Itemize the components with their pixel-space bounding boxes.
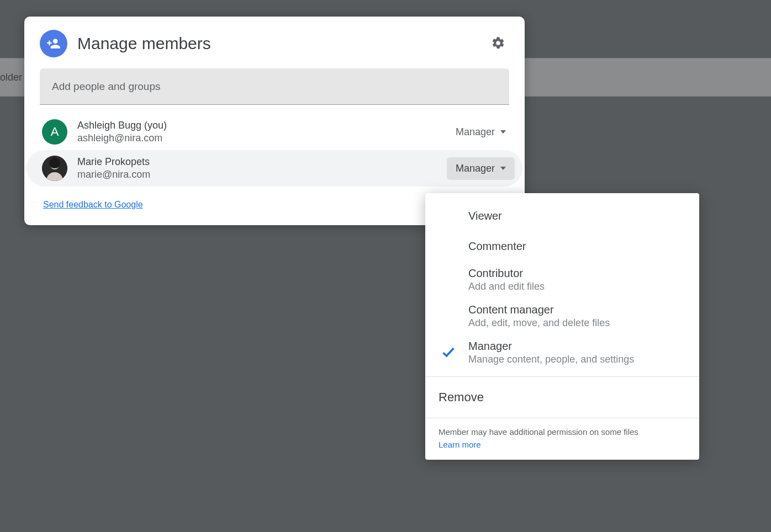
- chevron-down-icon: [500, 167, 506, 170]
- role-option-sub: Add and edit files: [468, 281, 686, 292]
- feedback-link-wrap: Send feedback to Google: [43, 200, 143, 210]
- role-option-label: Contributor: [468, 267, 686, 280]
- avatar: A: [42, 119, 67, 145]
- settings-button[interactable]: [487, 33, 509, 55]
- gear-icon: [491, 36, 505, 52]
- role-dropdown-button[interactable]: Manager: [447, 157, 515, 180]
- add-people-field-wrap: [40, 68, 509, 105]
- role-option-label: Content manager: [468, 304, 686, 316]
- role-option-content-manager[interactable]: Content manager Add, edit, move, and del…: [425, 298, 699, 334]
- send-feedback-link[interactable]: Send feedback to Google: [43, 200, 143, 209]
- role-option-label: Viewer: [468, 210, 686, 222]
- member-row-1: Marie Prokopets marie@nira.com Manager: [27, 150, 522, 187]
- avatar: [42, 156, 67, 181]
- role-option-label: Commenter: [468, 240, 686, 253]
- remove-option[interactable]: Remove: [425, 377, 699, 418]
- member-email: ashleigh@nira.com: [77, 132, 447, 144]
- role-dropdown-button[interactable]: Manager: [447, 121, 515, 143]
- chevron-down-icon: [500, 130, 506, 134]
- role-option-sub: Manage content, people, and settings: [468, 354, 686, 365]
- dialog-header: Manage members: [24, 17, 525, 68]
- member-name: Ashleigh Bugg (you): [77, 120, 447, 131]
- role-option-commenter[interactable]: Commenter: [425, 231, 699, 262]
- dropdown-footer: Member may have additional permission on…: [425, 418, 699, 460]
- member-info: Ashleigh Bugg (you) ashleigh@nira.com: [77, 120, 447, 144]
- person-add-icon: [40, 30, 67, 57]
- role-option-contributor[interactable]: Contributor Add and edit files: [425, 262, 699, 298]
- role-label: Manager: [456, 163, 495, 174]
- dialog-title: Manage members: [77, 34, 487, 53]
- role-option-viewer[interactable]: Viewer: [425, 201, 699, 231]
- member-info: Marie Prokopets marie@nira.com: [77, 156, 447, 180]
- role-option-manager[interactable]: Manager Manage content, people, and sett…: [425, 334, 699, 371]
- add-people-input[interactable]: [40, 68, 509, 105]
- role-label: Manager: [456, 126, 495, 138]
- role-dropdown-menu: Viewer Commenter Contributor Add and edi…: [425, 193, 699, 460]
- member-name: Marie Prokopets: [77, 156, 447, 168]
- role-option-sub: Add, edit, move, and delete files: [468, 317, 686, 329]
- learn-more-link[interactable]: Learn more: [439, 440, 481, 449]
- check-icon: [441, 344, 456, 362]
- role-option-label: Manager: [468, 340, 686, 353]
- member-email: marie@nira.com: [77, 169, 447, 180]
- footer-text: Member may have additional permission on…: [439, 427, 686, 437]
- member-row-0: A Ashleigh Bugg (you) ashleigh@nira.com …: [27, 114, 522, 150]
